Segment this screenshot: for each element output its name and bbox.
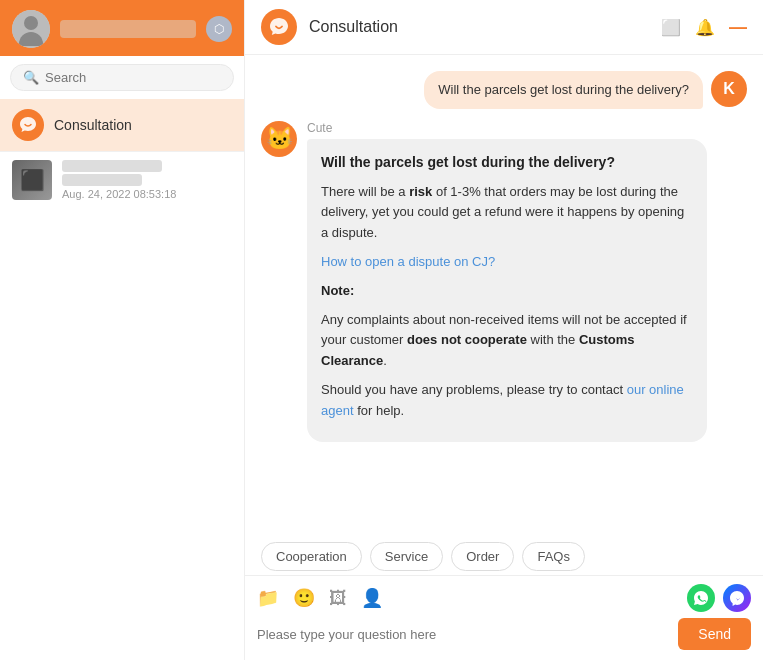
user-avatar-k: K: [711, 71, 747, 107]
online-agent-link[interactable]: our online agent: [321, 382, 684, 418]
product-meta: Aug. 24, 2022 08:53:18: [62, 160, 176, 200]
chat-input-area: 📁 🙂 🖼 👤 Send: [245, 575, 763, 660]
input-icons: 📁 🙂 🖼 👤: [257, 584, 751, 612]
bot-bubble-body3: Any complaints about non-received items …: [321, 310, 693, 372]
quick-replies: Cooperation Service Order FAQs: [245, 534, 763, 575]
badge-icon[interactable]: ⬡: [206, 16, 232, 42]
product-timestamp: Aug. 24, 2022 08:53:18: [62, 188, 176, 200]
social-icons: [687, 584, 751, 612]
bell-icon[interactable]: 🔔: [695, 18, 715, 37]
search-input[interactable]: [45, 70, 221, 85]
input-row: Send: [257, 618, 751, 650]
consultation-logo: [12, 109, 44, 141]
whatsapp-icon[interactable]: [687, 584, 715, 612]
minimize-icon[interactable]: —: [729, 17, 747, 38]
user-bubble-1: Will the parcels get lost during the del…: [424, 71, 703, 109]
chat-messages: Will the parcels get lost during the del…: [245, 55, 763, 534]
messenger-icon[interactable]: [723, 584, 751, 612]
product-thumbnail: [12, 160, 52, 200]
chat-header: Consultation ⬜ 🔔 —: [245, 0, 763, 55]
sidebar: ⬡ 🔍 Consultation Aug. 24, 2022 08:53:18: [0, 0, 245, 660]
main-chat: Consultation ⬜ 🔔 — Will the parcels get …: [245, 0, 763, 660]
bot-sender-name: Cute: [307, 121, 707, 135]
user-message-1: Will the parcels get lost during the del…: [261, 71, 747, 109]
send-button[interactable]: Send: [678, 618, 751, 650]
product-name-bar2: [62, 174, 142, 186]
bot-bubble-title: Will the parcels get lost during the del…: [321, 151, 693, 173]
note-label: Note:: [321, 283, 354, 298]
search-icon: 🔍: [23, 70, 39, 85]
user-avatar: [12, 10, 50, 48]
search-input-wrap[interactable]: 🔍: [10, 64, 234, 91]
sidebar-item-consultation[interactable]: Consultation: [0, 99, 244, 151]
search-box: 🔍: [0, 56, 244, 99]
quick-reply-service[interactable]: Service: [370, 542, 443, 571]
folder-icon[interactable]: 📁: [257, 587, 279, 609]
cooperate-bold: does not cooperate: [407, 332, 527, 347]
bot-msg-content: Cute Will the parcels get lost during th…: [307, 121, 707, 441]
quick-reply-order[interactable]: Order: [451, 542, 514, 571]
agent-icon[interactable]: 👤: [361, 587, 383, 609]
emoji-icon[interactable]: 🙂: [293, 587, 315, 609]
chat-text-input[interactable]: [257, 627, 668, 642]
risk-bold: risk: [409, 184, 432, 199]
image-icon[interactable]: 🖼: [329, 588, 347, 609]
header-icons: ⬜ 🔔 —: [661, 17, 747, 38]
window-icon[interactable]: ⬜: [661, 18, 681, 37]
sidebar-header: ⬡: [0, 0, 244, 56]
quick-reply-faqs[interactable]: FAQs: [522, 542, 585, 571]
bot-bubble-body4: Should you have any problems, please try…: [321, 380, 693, 422]
bot-bubble-body1: There will be a risk of 1-3% that orders…: [321, 182, 693, 244]
bot-message-1: Cute Will the parcels get lost during th…: [261, 121, 747, 441]
sidebar-item-product[interactable]: Aug. 24, 2022 08:53:18: [0, 151, 244, 208]
chat-title: Consultation: [309, 18, 649, 36]
consultation-label: Consultation: [54, 117, 132, 133]
bot-avatar: [261, 121, 297, 157]
product-name-bar: [62, 160, 162, 172]
quick-reply-cooperation[interactable]: Cooperation: [261, 542, 362, 571]
username-badge: [60, 20, 196, 38]
bot-bubble-1: Will the parcels get lost during the del…: [307, 139, 707, 441]
dispute-link[interactable]: How to open a dispute on CJ?: [321, 254, 495, 269]
chat-logo: [261, 9, 297, 45]
